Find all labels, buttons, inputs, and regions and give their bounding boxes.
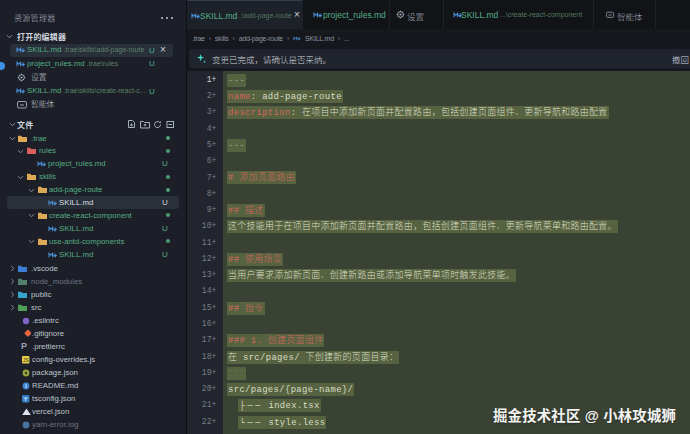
svg-text:JS: JS (23, 357, 30, 363)
